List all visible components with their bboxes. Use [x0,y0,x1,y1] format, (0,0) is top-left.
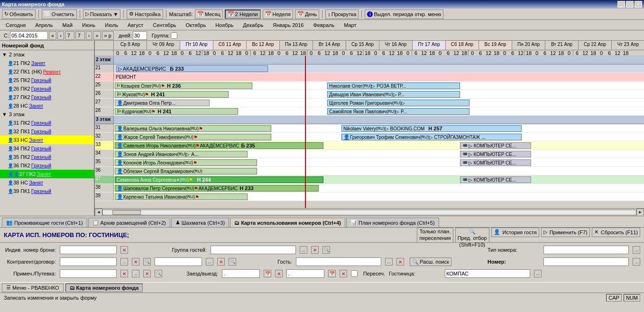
month-button[interactable]: 📅 Месяц [195,9,223,19]
room-27[interactable]: 👤 27 ПК2 Грязный [0,93,94,101]
room-39-status[interactable]: Грязный [31,188,51,194]
contract-dots-btn[interactable]: ... [120,258,128,266]
recalc-checkbox[interactable] [351,270,358,277]
group-clear-btn[interactable]: ✕ [311,246,319,254]
booking-33-savel[interactable]: 👤 Савельев Игорь Николаевич (RU) ⚑ АКАДЕ… [115,142,323,149]
note-search-btn[interactable]: 🔍 [155,270,162,277]
group-input[interactable] [211,246,296,254]
booking-37-semen[interactable]: Семенова Анна Сергеевна ✦ (RU) ⚑ Н 244 [115,176,323,183]
scroll-right-btn[interactable]: ► [636,209,644,216]
booking-25-nikolaev[interactable]: Николаев Олег (RU) ▷ РОЗА ВЕТР... [327,83,460,89]
nav-august[interactable]: Август [124,22,147,28]
room-36-status[interactable]: Грязный [31,163,51,168]
booking-37-komputer4[interactable]: 💻 ▷ КОМПЬЮТЕР СЕ... [460,176,531,183]
scroll-left-btn[interactable]: ◄ [95,209,102,216]
settings-button[interactable]: ⚙ Настройка [127,9,163,19]
checkin-to-input[interactable] [286,269,324,278]
room-25[interactable]: 👤 25 ПК2 Грязный [0,76,94,84]
room-27-status[interactable]: Грязный [31,94,51,100]
number-input[interactable] [543,257,629,266]
nav-november[interactable]: Ноябрь [212,22,237,28]
number-dots-btn[interactable]: ... [633,258,640,266]
note-clear-btn2[interactable]: ✕ [143,270,151,277]
booking-33-komputer1[interactable]: 💻 ▷ КОМПЬЮТЕР СЕ... [460,142,531,149]
day-button[interactable]: 📅 День [295,9,319,19]
checkin-from-input[interactable] [222,269,260,278]
room-39[interactable]: 👤 39 ПК1 Грязный [0,187,94,195]
nav-today[interactable]: Сегодня [2,22,29,28]
show-button[interactable]: ▷ Показать ▼ [83,9,121,19]
next-next-btn[interactable]: » [93,31,101,40]
contract-clear-btn[interactable]: ✕ [132,258,139,266]
group-checkbox[interactable] [171,32,177,39]
booking-31-valer[interactable]: 👤 Валерьева Ольга Николаевна (RU) ⚑ [115,125,271,132]
room-34-status[interactable]: Грязный [31,146,51,151]
menu-btn[interactable]: ☰ Меню - РВАВЕНКО [2,284,64,292]
booking-26-davyd[interactable]: Давыдов Иван Иванович (RU) ▷ Р... [327,91,460,98]
next-btn[interactable]: › [86,31,92,40]
cal-day1[interactable]: 7 [65,31,74,40]
room-26[interactable]: 👤 26 ПК2 Грязный [0,84,94,93]
floor2-header[interactable]: ▼ 2 этаж [0,50,94,59]
group-search-btn[interactable]: 🔍 [322,246,330,254]
nav-june[interactable]: Июнь [78,22,99,28]
booking-27-shcheg[interactable]: Щеголев Роман Григорьевич (RU) ▷ [327,100,469,106]
booking-35-komputer3[interactable]: 💻 ▷ КОМПЬЮТЕР СЕ... [460,159,531,166]
booking-21-akadem[interactable]: ▷ АКАДЕМСЕРВИС Б 233 [116,65,268,72]
booking-34-komputer2[interactable]: 💻 ▷ КОМПЬЮТЕР СЕ... [460,151,531,157]
hotel-input[interactable] [445,269,530,278]
checkin-to-cal[interactable]: 📅 [328,270,336,277]
nav-march[interactable]: Март [340,22,360,28]
room-33[interactable]: 👤 33 НС Занят [0,136,94,144]
room-28-status[interactable]: Занят [29,103,43,109]
nav-april[interactable]: Апрель [31,22,56,28]
room-37[interactable]: 👤👤 37 ПК2 Занят [0,170,94,178]
room-21[interactable]: 👤 21 ПК2 Занят [0,59,94,67]
tab-guests[interactable]: 👥 Проживающие гости (Ctrl+1) [2,218,87,227]
refresh-button[interactable]: ↻ Обновить [2,9,36,19]
nav-july[interactable]: Июль [101,22,122,28]
room-31-status[interactable]: Грязный [31,120,51,126]
guest-dots-btn[interactable]: ... [385,258,393,266]
scroll-button[interactable]: ↕ Прокрутка [325,9,359,19]
contract-search-btn[interactable]: 🔍 [143,258,151,266]
checkin-to-clear[interactable]: ✕ [340,270,347,277]
contract-dots-btn2[interactable]: ... [206,258,213,266]
room-32-status[interactable]: Грязный [31,128,51,134]
ext-search-btn[interactable]: 🔍 Расш. поиск [410,257,451,266]
week-button[interactable]: 📅 Неделя [263,9,293,19]
tab-chess[interactable]: ♟ Шахматка (Ctrl+3) [171,218,229,227]
room-25-status[interactable]: Грязный [31,77,51,83]
guest-clear-btn[interactable]: ✕ [396,258,404,266]
close-btn[interactable]: × [635,1,642,8]
prev-btn[interactable]: ‹ [57,31,64,40]
card-taskbar-btn[interactable]: 🗂 Карта номерного фонда [65,284,143,292]
contract-search-btn2[interactable]: 🔍 [229,258,236,266]
reset-btn[interactable]: ✕ Сбросить (F11) [592,228,640,237]
nav-february[interactable]: Февраль [309,22,338,28]
booking-38-shapov[interactable]: 👤 Шаповалов Петр Сергеевич (RU) ⚑ АКАДЕМ… [115,185,319,192]
room-32[interactable]: 👤 32 ПК1 Грязный [0,127,94,136]
type-input[interactable] [543,246,629,254]
note-dots-btn[interactable]: ... [132,270,139,277]
scroll-thumb[interactable] [112,210,141,215]
booking-28-kudr[interactable]: 🏳 Кудрячов (RU) ⚑ Н 241 [115,108,238,115]
booking-25-kozyr[interactable]: 🏳 Козырев Олег (RU) ⚑ Н 236 [115,83,252,89]
maximize-btn[interactable]: □ [626,1,634,8]
tab-archive[interactable]: 📋 Архив размещений (Ctrl+2) [88,218,170,227]
booking-32-zharov[interactable]: 👤 Жаров Сергей Тимофеевич (RU) ⚑ [115,134,271,140]
indiv-input[interactable] [60,246,117,254]
booking-36-oblezin[interactable]: 👤 Облезин Сергей Владимирович (RU) [115,168,257,174]
room-22[interactable]: 👤 22 ПК1 (НК) Ремонт [0,67,94,76]
tab-plan[interactable]: 📊 План номерного фонда (Ctrl+5) [346,218,439,227]
booking-28-samojl[interactable]: Самойлов Яков Павлович (RU) ▷ Р... [327,108,469,115]
apply-btn[interactable]: ▷ Применить (F7) [541,228,590,237]
booking-26-zhukov[interactable]: 🏳 Жуков (RU) ⚑ Н 241 [115,91,229,98]
cal-day2[interactable]: 7 [75,31,85,40]
guest-history-btn[interactable]: 👤 История гостя [491,228,539,237]
prev-select-btn[interactable]: 🔍 Пред. отбор (Shift+F10) [455,228,489,243]
checkin-from-cal[interactable]: 📅 [264,270,271,277]
h-scrollbar[interactable]: ◄ ► [95,208,644,216]
room-22-status[interactable]: Ремонт [43,69,61,74]
booking-39-karp[interactable]: 👤 Карпенко Татьяна Ивановна (RU) ⚑ [115,193,248,200]
